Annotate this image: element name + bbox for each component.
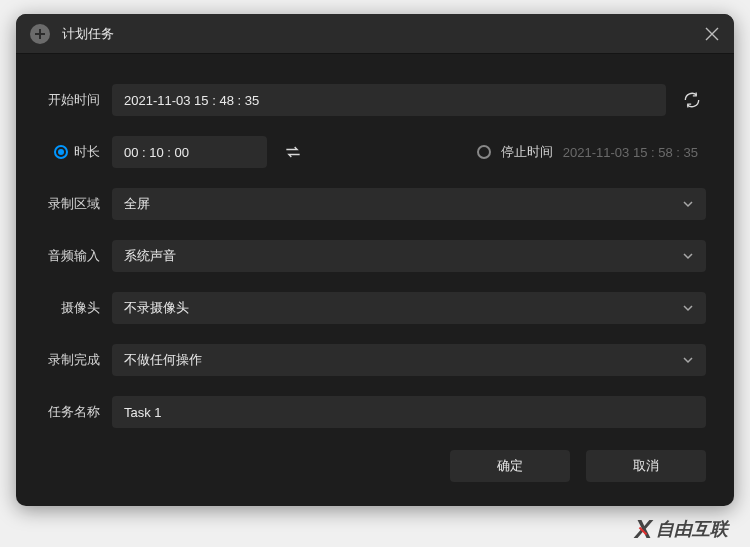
row-start-time: 开始时间 2021-11-03 15 : 48 : 35	[44, 84, 706, 116]
chevron-down-icon	[682, 354, 694, 366]
ok-label: 确定	[497, 457, 523, 475]
audio-select[interactable]: 系统声音	[112, 240, 706, 272]
plus-icon	[30, 24, 50, 44]
start-time-value: 2021-11-03 15 : 48 : 35	[124, 93, 259, 108]
refresh-icon[interactable]	[678, 86, 706, 114]
loop-icon[interactable]	[279, 138, 307, 166]
scheduled-task-dialog: 计划任务 开始时间 2021-11-03 15 : 48 : 35 时长 00 …	[16, 14, 734, 506]
row-camera: 摄像头 不录摄像头	[44, 292, 706, 324]
task-name-input[interactable]: Task 1	[112, 396, 706, 428]
label-stop-time: 停止时间	[501, 143, 553, 161]
after-select[interactable]: 不做任何操作	[112, 344, 706, 376]
label-duration[interactable]: 时长	[44, 143, 100, 161]
label-region: 录制区域	[44, 195, 100, 213]
region-select[interactable]: 全屏	[112, 188, 706, 220]
dialog-title: 计划任务	[62, 25, 692, 43]
task-name-value: Task 1	[124, 405, 162, 420]
label-audio: 音频输入	[44, 247, 100, 265]
watermark-text: 自由互联	[656, 517, 728, 541]
row-region: 录制区域 全屏	[44, 188, 706, 220]
dialog-footer: 确定 取消	[16, 432, 734, 506]
camera-select[interactable]: 不录摄像头	[112, 292, 706, 324]
stop-time-value: 2021-11-03 15 : 58 : 35	[563, 145, 706, 160]
titlebar: 计划任务	[16, 14, 734, 54]
duration-value: 00 : 10 : 00	[124, 145, 189, 160]
label-task-name: 任务名称	[44, 403, 100, 421]
duration-input[interactable]: 00 : 10 : 00	[112, 136, 267, 168]
after-value: 不做任何操作	[124, 351, 202, 369]
ok-button[interactable]: 确定	[450, 450, 570, 482]
chevron-down-icon	[682, 198, 694, 210]
row-after: 录制完成 不做任何操作	[44, 344, 706, 376]
cancel-label: 取消	[633, 457, 659, 475]
label-duration-text: 时长	[74, 143, 100, 161]
chevron-down-icon	[682, 302, 694, 314]
row-audio: 音频输入 系统声音	[44, 240, 706, 272]
radio-duration[interactable]	[54, 145, 68, 159]
close-icon[interactable]	[704, 26, 720, 42]
start-time-input[interactable]: 2021-11-03 15 : 48 : 35	[112, 84, 666, 116]
row-duration: 时长 00 : 10 : 00 停止时间 2021-11-03 15 : 58 …	[44, 136, 706, 168]
label-after: 录制完成	[44, 351, 100, 369]
label-start-time: 开始时间	[44, 91, 100, 109]
radio-stop-time[interactable]	[477, 145, 491, 159]
row-task-name: 任务名称 Task 1	[44, 396, 706, 428]
audio-value: 系统声音	[124, 247, 176, 265]
region-value: 全屏	[124, 195, 150, 213]
cancel-button[interactable]: 取消	[586, 450, 706, 482]
label-camera: 摄像头	[44, 299, 100, 317]
stop-time-group: 停止时间 2021-11-03 15 : 58 : 35	[447, 143, 706, 161]
watermark: X 自由互联	[635, 517, 728, 541]
watermark-x-icon: X	[635, 520, 652, 538]
camera-value: 不录摄像头	[124, 299, 189, 317]
dialog-body: 开始时间 2021-11-03 15 : 48 : 35 时长 00 : 10 …	[16, 54, 734, 432]
chevron-down-icon	[682, 250, 694, 262]
